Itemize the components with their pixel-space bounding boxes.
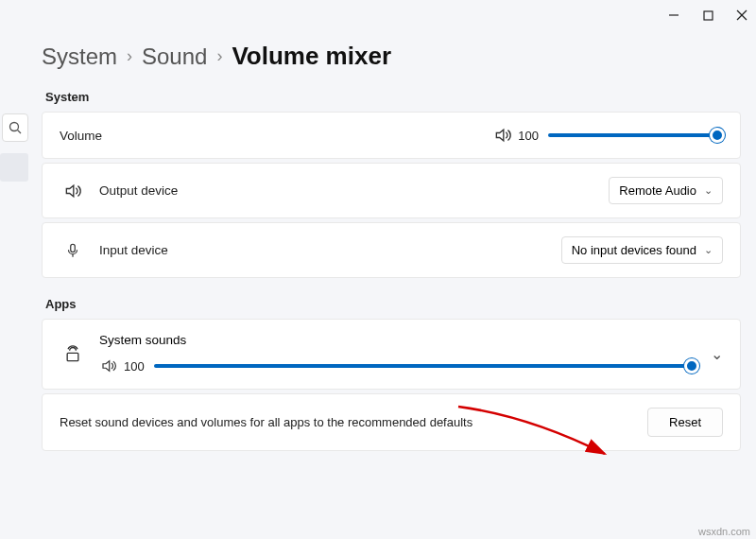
system-sounds-label: System sounds	[99, 333, 697, 347]
svg-marker-7	[66, 185, 74, 197]
input-device-value: No input devices found	[572, 243, 696, 257]
svg-rect-8	[71, 244, 76, 252]
speaker-icon[interactable]	[493, 126, 512, 145]
output-device-card: Output device Remote Audio ⌄	[42, 163, 741, 218]
output-device-value: Remote Audio	[619, 183, 696, 198]
minimize-button[interactable]	[667, 9, 680, 22]
system-sounds-card: System sounds 100 ⌄	[42, 319, 741, 390]
breadcrumb: System › Sound › Volume mixer	[42, 42, 741, 71]
maximize-button[interactable]	[701, 9, 714, 22]
volume-value: 100	[518, 129, 539, 143]
search-icon	[9, 121, 22, 134]
chevron-right-icon: ›	[216, 46, 222, 66]
volume-label: Volume	[60, 129, 102, 143]
reset-description: Reset sound devices and volumes for all …	[60, 415, 647, 429]
breadcrumb-sound[interactable]: Sound	[142, 43, 207, 70]
system-sounds-icon	[63, 345, 82, 364]
speaker-icon	[63, 182, 82, 200]
chevron-down-icon: ⌄	[704, 184, 713, 197]
reset-button[interactable]: Reset	[647, 408, 723, 437]
close-button[interactable]	[735, 9, 748, 22]
microphone-icon	[63, 241, 82, 260]
svg-point-4	[10, 123, 19, 131]
chevron-down-icon[interactable]: ⌄	[711, 345, 723, 363]
page-title: Volume mixer	[232, 42, 391, 71]
nav-selected[interactable]	[0, 153, 28, 182]
chevron-down-icon: ⌄	[704, 244, 713, 256]
volume-slider[interactable]	[548, 128, 723, 143]
svg-line-5	[18, 130, 22, 134]
speaker-icon[interactable]	[99, 356, 118, 375]
input-device-card: Input device No input devices found ⌄	[42, 222, 741, 278]
system-sounds-value: 100	[124, 359, 145, 374]
watermark: wsxdn.com	[698, 526, 750, 537]
breadcrumb-system[interactable]: System	[42, 43, 117, 70]
system-sounds-slider[interactable]	[154, 358, 697, 374]
chevron-right-icon: ›	[127, 46, 132, 66]
svg-rect-10	[67, 353, 78, 360]
reset-card: Reset sound devices and volumes for all …	[42, 393, 741, 451]
section-system-label: System	[45, 90, 741, 104]
output-device-label: Output device	[99, 183, 178, 198]
svg-marker-11	[103, 361, 110, 372]
search-button[interactable]	[2, 113, 28, 142]
svg-marker-6	[497, 130, 505, 141]
svg-rect-1	[704, 11, 713, 20]
input-device-label: Input device	[99, 243, 168, 257]
input-device-select[interactable]: No input devices found ⌄	[561, 236, 723, 264]
section-apps-label: Apps	[45, 297, 741, 311]
volume-card: Volume 100	[42, 112, 741, 159]
output-device-select[interactable]: Remote Audio ⌄	[609, 177, 723, 204]
